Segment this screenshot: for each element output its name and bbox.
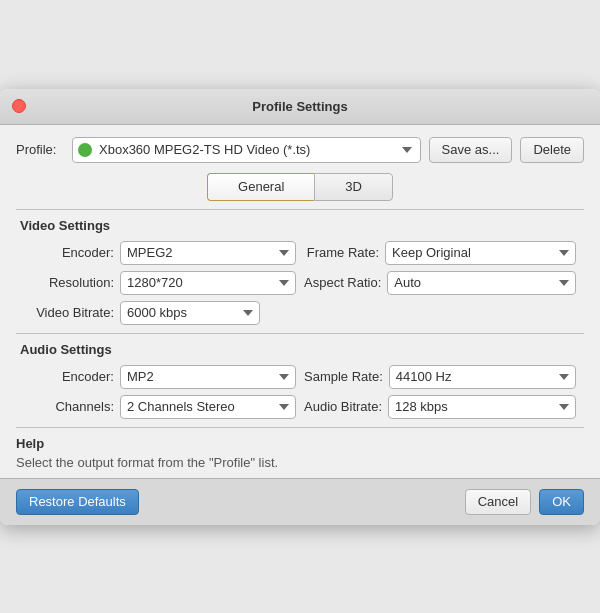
close-button[interactable]	[12, 99, 26, 113]
titlebar: Profile Settings	[0, 89, 600, 125]
video-fields-grid: Encoder: MPEG2 Frame Rate: Keep Original…	[16, 241, 584, 295]
save-as-button[interactable]: Save as...	[429, 137, 513, 163]
audio-bitrate-select[interactable]: 128 kbps	[388, 395, 576, 419]
frame-rate-label: Frame Rate:	[304, 245, 379, 260]
video-divider	[16, 209, 584, 210]
sample-rate-field-row: Sample Rate: 44100 Hz	[304, 365, 576, 389]
main-content: Profile: Xbox360 MPEG2-TS HD Video (*.ts…	[0, 125, 600, 470]
delete-button[interactable]: Delete	[520, 137, 584, 163]
help-text: Select the output format from the "Profi…	[16, 455, 584, 470]
video-bitrate-row: Video Bitrate: 6000 kbps	[16, 301, 584, 325]
encoder-label: Encoder:	[24, 245, 114, 260]
channels-label: Channels:	[24, 399, 114, 414]
aspect-ratio-select[interactable]: Auto	[387, 271, 576, 295]
tabs-row: General 3D	[16, 173, 584, 201]
encoder-select[interactable]: MPEG2	[120, 241, 296, 265]
audio-divider	[16, 333, 584, 334]
audio-encoder-select[interactable]: MP2	[120, 365, 296, 389]
video-bitrate-select[interactable]: 6000 kbps	[120, 301, 260, 325]
footer-right-buttons: Cancel OK	[465, 489, 584, 515]
video-bitrate-label: Video Bitrate:	[24, 305, 114, 320]
audio-encoder-label: Encoder:	[24, 369, 114, 384]
video-settings-section: Video Settings Encoder: MPEG2 Frame Rate…	[16, 209, 584, 325]
profile-settings-window: Profile Settings Profile: Xbox360 MPEG2-…	[0, 89, 600, 525]
sample-rate-label: Sample Rate:	[304, 369, 383, 384]
audio-bitrate-label: Audio Bitrate:	[304, 399, 382, 414]
tab-3d[interactable]: 3D	[314, 173, 393, 201]
sample-rate-select[interactable]: 44100 Hz	[389, 365, 576, 389]
window-title: Profile Settings	[252, 99, 347, 114]
tab-general[interactable]: General	[207, 173, 314, 201]
video-settings-title: Video Settings	[16, 218, 584, 233]
profile-row: Profile: Xbox360 MPEG2-TS HD Video (*.ts…	[16, 137, 584, 163]
help-section: Help Select the output format from the "…	[16, 427, 584, 470]
audio-encoder-field-row: Encoder: MP2	[24, 365, 296, 389]
resolution-label: Resolution:	[24, 275, 114, 290]
audio-settings-title: Audio Settings	[16, 342, 584, 357]
audio-fields-grid: Encoder: MP2 Sample Rate: 44100 Hz Chann…	[16, 365, 584, 419]
aspect-ratio-label: Aspect Ratio:	[304, 275, 381, 290]
resolution-select[interactable]: 1280*720	[120, 271, 296, 295]
profile-label: Profile:	[16, 142, 64, 157]
audio-settings-section: Audio Settings Encoder: MP2 Sample Rate:…	[16, 333, 584, 419]
channels-select[interactable]: 2 Channels Stereo	[120, 395, 296, 419]
frame-rate-field-row: Frame Rate: Keep Original	[304, 241, 576, 265]
help-title: Help	[16, 436, 584, 451]
ok-button[interactable]: OK	[539, 489, 584, 515]
aspect-ratio-field-row: Aspect Ratio: Auto	[304, 271, 576, 295]
resolution-field-row: Resolution: 1280*720	[24, 271, 296, 295]
profile-select[interactable]: Xbox360 MPEG2-TS HD Video (*.ts)	[72, 137, 421, 163]
encoder-field-row: Encoder: MPEG2	[24, 241, 296, 265]
audio-bitrate-field-row: Audio Bitrate: 128 kbps	[304, 395, 576, 419]
restore-defaults-button[interactable]: Restore Defaults	[16, 489, 139, 515]
cancel-button[interactable]: Cancel	[465, 489, 531, 515]
frame-rate-select[interactable]: Keep Original	[385, 241, 576, 265]
help-divider	[16, 427, 584, 428]
footer: Restore Defaults Cancel OK	[0, 478, 600, 525]
channels-field-row: Channels: 2 Channels Stereo	[24, 395, 296, 419]
